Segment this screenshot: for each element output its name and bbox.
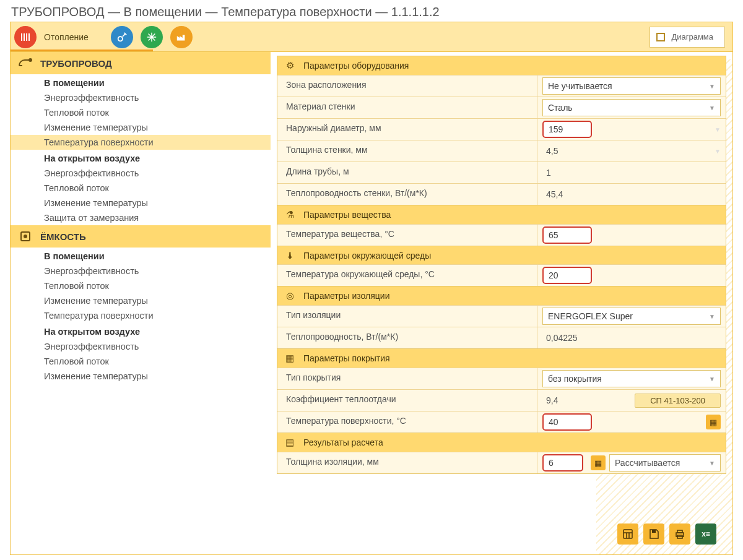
row-material: Материал стенки Сталь▼ bbox=[277, 97, 726, 118]
svg-rect-8 bbox=[624, 530, 632, 538]
svg-rect-3 bbox=[28, 33, 30, 41]
item-tempchange-3[interactable]: Изменение температуры bbox=[11, 293, 271, 308]
diagram-checkbox[interactable] bbox=[656, 33, 665, 41]
cat-pipeline-label: ТРУБОПРОВОД bbox=[40, 58, 112, 69]
input-diameter[interactable]: 159 bbox=[542, 121, 592, 138]
tab-water-icon[interactable] bbox=[111, 26, 133, 48]
input-env-temp[interactable]: 20 bbox=[542, 267, 592, 284]
item-efficiency-1[interactable]: Энергоэффективность bbox=[11, 90, 271, 105]
svg-rect-2 bbox=[26, 33, 27, 41]
standard-button[interactable]: СП 41-103-200 bbox=[635, 394, 721, 408]
section-results-label: Результаты расчета bbox=[303, 437, 383, 447]
item-efficiency-4[interactable]: Энергоэффективность bbox=[11, 339, 271, 354]
thermometer-icon: 🌡 bbox=[284, 250, 296, 261]
input-surface-temp[interactable]: 40 bbox=[542, 413, 592, 431]
group-outdoor-1[interactable]: На открытом воздухе bbox=[11, 150, 271, 166]
item-efficiency-3[interactable]: Энергоэффективность bbox=[11, 264, 271, 278]
row-insul-type: Тип изоляции ENERGOFLEX Super▼ bbox=[277, 305, 726, 327]
select-calc-mode[interactable]: Рассчитывается▼ bbox=[609, 454, 721, 472]
group-indoor-1[interactable]: В помещении bbox=[11, 74, 271, 90]
tab-cooling-icon[interactable] bbox=[141, 26, 163, 48]
value-wall-conductivity: 45,4 bbox=[537, 184, 726, 205]
calc-small-icon[interactable]: ▦ bbox=[591, 455, 606, 470]
section-insulation: ◎ Параметры изоляции bbox=[277, 286, 726, 305]
property-grid: ⚙ Параметры оборудования Зона расположен… bbox=[277, 56, 726, 474]
print-button[interactable] bbox=[669, 523, 690, 545]
label-insul-type: Тип изоляции bbox=[277, 306, 537, 327]
row-insul-thickness: Толщина изоляции, мм 6 ▦ Рассчитывается▼ bbox=[277, 452, 726, 473]
tank-icon bbox=[17, 230, 34, 243]
row-subst-temp: Температура вещества, °С 65 bbox=[277, 224, 726, 246]
group-outdoor-2[interactable]: На открытом воздухе bbox=[11, 323, 271, 339]
layers-icon: ▦ bbox=[284, 353, 296, 364]
input-insul-thickness[interactable]: 6 bbox=[542, 454, 583, 472]
item-tempchange-1[interactable]: Изменение температуры bbox=[11, 120, 271, 135]
item-heatflow-2[interactable]: Тепловой поток bbox=[11, 181, 271, 196]
flask-icon: ⚗ bbox=[284, 209, 296, 220]
label-wall-conductivity: Теплопроводность стенки, Вт/(м*К) bbox=[277, 184, 537, 205]
item-efficiency-2[interactable]: Энергоэффективность bbox=[11, 166, 271, 181]
value-insul-cond: 0,04225 bbox=[537, 327, 726, 348]
row-diameter: Наружный диаметр, мм 159▼ bbox=[277, 118, 726, 140]
diagram-toggle[interactable]: Диаграмма bbox=[650, 27, 725, 48]
item-freeze-1[interactable]: Защита от замерзания bbox=[11, 210, 271, 225]
svg-rect-11 bbox=[677, 530, 682, 533]
select-material[interactable]: Сталь▼ bbox=[542, 99, 721, 116]
app-frame: Отопление Диаграмма ТРУБОПРОВОД В bbox=[10, 22, 733, 555]
input-subst-temp[interactable]: 65 bbox=[542, 226, 592, 244]
section-cover: ▦ Параметры покрытия bbox=[277, 348, 726, 368]
label-insul-thickness: Толщина изоляции, мм bbox=[277, 452, 537, 473]
diagram-label: Диаграмма bbox=[671, 32, 713, 41]
value-wall-thickness: 4,5▼ bbox=[537, 140, 726, 162]
label-material: Материал стенки bbox=[277, 97, 537, 118]
label-insul-cond: Теплопроводность, Вт/(м*К) bbox=[277, 327, 537, 348]
tab-heating-icon[interactable] bbox=[14, 26, 37, 48]
svg-rect-9 bbox=[652, 530, 656, 533]
label-wall-thickness: Толщина стенки, мм bbox=[277, 140, 537, 162]
page-title: ТРУБОПРОВОД — В помещении — Температура … bbox=[0, 0, 743, 22]
group-indoor-2[interactable]: В помещении bbox=[11, 248, 271, 264]
row-insul-cond: Теплопроводность, Вт/(м*К) 0,04225 bbox=[277, 327, 726, 348]
item-heatflow-1[interactable]: Тепловой поток bbox=[11, 105, 271, 120]
svg-rect-1 bbox=[24, 33, 25, 41]
section-equipment-label: Параметры оборудования bbox=[303, 61, 409, 71]
tab-heating-label[interactable]: Отопление bbox=[44, 32, 89, 42]
save-button[interactable] bbox=[643, 523, 664, 545]
item-heatflow-4[interactable]: Тепловой поток bbox=[11, 354, 271, 369]
tab-industry-icon[interactable] bbox=[170, 26, 193, 48]
row-wall-conductivity: Теплопроводность стенки, Вт/(м*К) 45,4 bbox=[277, 183, 726, 205]
item-surfacetemp-1[interactable]: Температура поверхности bbox=[11, 135, 271, 150]
section-substance: ⚗ Параметры вещества bbox=[277, 205, 726, 224]
footer-actions: x≡ bbox=[617, 523, 716, 545]
active-tab-underline bbox=[11, 50, 153, 51]
value-length[interactable]: 1 bbox=[537, 162, 726, 183]
item-tempchange-4[interactable]: Изменение температуры bbox=[11, 369, 271, 384]
item-tempchange-2[interactable]: Изменение температуры bbox=[11, 196, 271, 210]
select-insul-type[interactable]: ENERGOFLEX Super▼ bbox=[542, 308, 721, 325]
row-heat-transfer: Коэффициент теплоотдачи 9,4 СП 41-103-20… bbox=[277, 389, 726, 411]
section-environment: 🌡 Параметры окружающей среды bbox=[277, 246, 726, 264]
export-excel-button[interactable]: x≡ bbox=[695, 523, 716, 545]
pipeline-icon bbox=[17, 56, 34, 70]
toolbar: Отопление Диаграмма bbox=[11, 22, 732, 52]
svg-point-7 bbox=[24, 235, 27, 238]
select-zone[interactable]: Не учитывается▼ bbox=[542, 77, 721, 95]
label-length: Длина трубы, м bbox=[277, 162, 537, 183]
select-cover-type[interactable]: без покрытия▼ bbox=[542, 370, 721, 387]
value-heat-transfer: 9,4 СП 41-103-200 bbox=[537, 390, 726, 411]
row-env-temp: Температура окружающей среды, °С 20 bbox=[277, 264, 726, 286]
svg-rect-0 bbox=[21, 33, 22, 41]
section-cover-label: Параметры покрытия bbox=[303, 353, 390, 363]
cat-tank[interactable]: ЁМКОСТЬ bbox=[11, 225, 271, 248]
calculate-button[interactable] bbox=[617, 523, 638, 545]
section-insulation-label: Параметры изоляции bbox=[303, 291, 390, 301]
item-heatflow-3[interactable]: Тепловой поток bbox=[11, 278, 271, 293]
label-diameter: Наружный диаметр, мм bbox=[277, 119, 537, 140]
roll-icon: ◎ bbox=[284, 290, 296, 301]
row-length: Длина трубы, м 1 bbox=[277, 162, 726, 183]
item-surfacetemp-2[interactable]: Температура поверхности bbox=[11, 308, 271, 323]
calc-icon[interactable]: ▦ bbox=[706, 415, 721, 429]
main-panel: ⚙ Параметры оборудования Зона расположен… bbox=[271, 52, 732, 554]
label-heat-transfer: Коэффициент теплоотдачи bbox=[277, 390, 537, 411]
cat-pipeline[interactable]: ТРУБОПРОВОД bbox=[11, 52, 271, 74]
